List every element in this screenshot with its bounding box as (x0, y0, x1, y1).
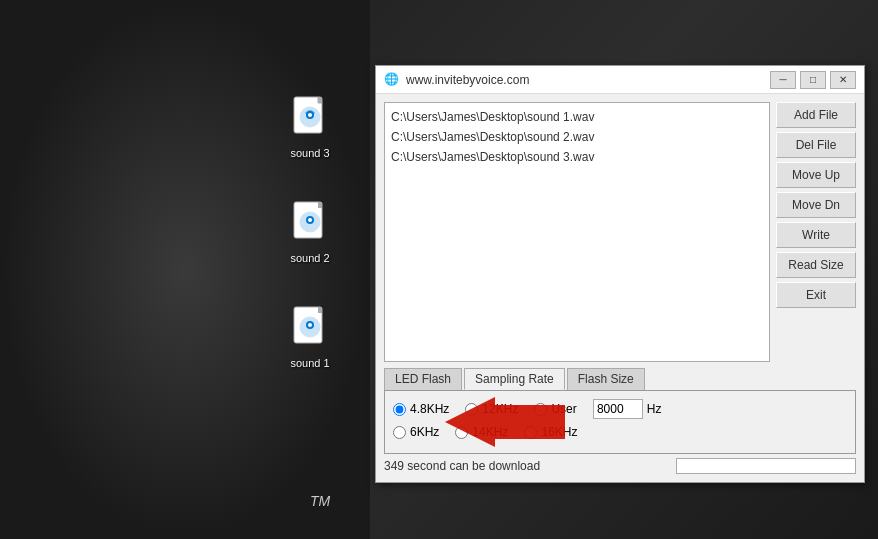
main-area: C:\Users\James\Desktop\sound 1.wav C:\Us… (384, 102, 856, 362)
file-list[interactable]: C:\Users\James\Desktop\sound 1.wav C:\Us… (384, 102, 770, 362)
radio-14khz[interactable]: 14KHz (455, 425, 508, 439)
file-list-item: C:\Users\James\Desktop\sound 3.wav (389, 147, 765, 167)
hz-input-group: Hz (593, 399, 662, 419)
sound3-label: sound 3 (290, 147, 329, 159)
tm-label: TM (310, 493, 330, 509)
svg-marker-8 (318, 202, 322, 208)
sound1-label: sound 1 (290, 357, 329, 369)
maximize-button[interactable]: □ (800, 71, 826, 89)
radio-user[interactable]: User (534, 402, 576, 416)
status-bar: 349 second can be download (384, 458, 856, 474)
file-list-item: C:\Users\James\Desktop\sound 2.wav (389, 127, 765, 147)
svg-point-6 (308, 113, 312, 117)
window-title: www.invitebyvoice.com (406, 73, 770, 87)
tab-flash-size[interactable]: Flash Size (567, 368, 645, 390)
sound2-label: sound 2 (290, 252, 329, 264)
read-size-button[interactable]: Read Size (776, 252, 856, 278)
radio-row-1: 4.8KHz 12KHz User Hz (393, 399, 847, 419)
sound3-icon (290, 95, 330, 143)
move-up-button[interactable]: Move Up (776, 162, 856, 188)
radio-6khz[interactable]: 6KHz (393, 425, 439, 439)
close-button[interactable]: ✕ (830, 71, 856, 89)
main-window: 🌐 www.invitebyvoice.com ─ □ ✕ C:\Users\J… (375, 65, 865, 483)
status-progress-bar (676, 458, 856, 474)
window-icon: 🌐 (384, 72, 400, 88)
del-file-button[interactable]: Del File (776, 132, 856, 158)
move-dn-button[interactable]: Move Dn (776, 192, 856, 218)
window-body: C:\Users\James\Desktop\sound 1.wav C:\Us… (376, 94, 864, 482)
desktop-icon-sound2[interactable]: sound 2 (275, 200, 345, 264)
sound1-icon (290, 305, 330, 353)
svg-point-16 (308, 323, 312, 327)
radio-16khz[interactable]: 16KHz (524, 425, 577, 439)
tabs-bar: LED Flash Sampling Rate Flash Size (384, 368, 856, 390)
radio-48khz[interactable]: 4.8KHz (393, 402, 449, 416)
desktop: sound 3 sound 2 sound 1 TM 🌐 www.inviteb… (0, 0, 878, 539)
tab-content-sampling-rate: 4.8KHz 12KHz User Hz (384, 390, 856, 454)
background-decoration (0, 0, 370, 539)
buttons-panel: Add File Del File Move Up Move Dn Write … (776, 102, 856, 362)
hz-spinbox[interactable] (593, 399, 643, 419)
exit-button[interactable]: Exit (776, 282, 856, 308)
file-list-item: C:\Users\James\Desktop\sound 1.wav (389, 107, 765, 127)
add-file-button[interactable]: Add File (776, 102, 856, 128)
radio-12khz[interactable]: 12KHz (465, 402, 518, 416)
desktop-icon-sound3[interactable]: sound 3 (275, 95, 345, 159)
tab-sampling-rate[interactable]: Sampling Rate (464, 368, 565, 390)
radio-row-2: 6KHz 14KHz 16KHz (393, 425, 847, 439)
minimize-button[interactable]: ─ (770, 71, 796, 89)
sound2-icon (290, 200, 330, 248)
tab-led-flash[interactable]: LED Flash (384, 368, 462, 390)
hz-unit: Hz (647, 402, 662, 416)
status-text: 349 second can be download (384, 459, 672, 473)
svg-marker-1 (318, 97, 322, 103)
titlebar-controls: ─ □ ✕ (770, 71, 856, 89)
write-button[interactable]: Write (776, 222, 856, 248)
svg-point-11 (308, 218, 312, 222)
svg-marker-13 (318, 307, 322, 313)
titlebar: 🌐 www.invitebyvoice.com ─ □ ✕ (376, 66, 864, 94)
desktop-icon-sound1[interactable]: sound 1 (275, 305, 345, 369)
